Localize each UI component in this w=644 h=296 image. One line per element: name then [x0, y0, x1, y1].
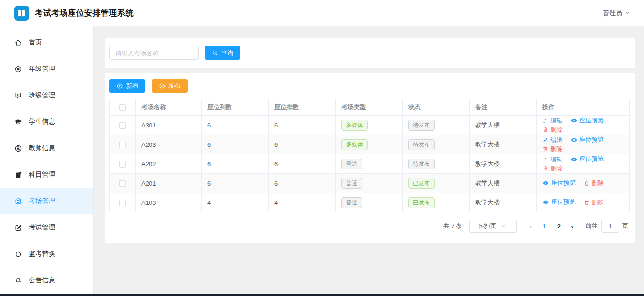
row-checkbox[interactable] [119, 200, 126, 206]
eye-icon [570, 136, 578, 144]
next-page-button[interactable]: › [566, 222, 578, 230]
search-icon [212, 50, 218, 56]
subject-icon [14, 171, 22, 179]
cell-name: A202 [136, 154, 202, 174]
main-content: 查询 新增 发布 考场名称 座位列数 座位排数 考场类型 状 [94, 26, 644, 296]
page-unit-label: 页 [622, 222, 628, 230]
total-count: 共 7 条 [443, 222, 462, 230]
column-header-name: 考场名称 [136, 99, 202, 116]
eye-icon [570, 117, 578, 124]
proctor-icon [14, 250, 22, 258]
cell-cols: 6 [202, 116, 269, 135]
page-number-2[interactable]: 2 [552, 223, 566, 230]
cell-note: 教学大楼 [470, 174, 537, 193]
user-menu[interactable]: 管理员 [603, 9, 630, 17]
table-row: A301 6 6 多媒体 待发布 教学大楼 编辑 座位预览 删除 [110, 116, 630, 135]
sidebar-item-label: 班级管理 [29, 91, 55, 100]
delete-link[interactable]: 删除 [584, 179, 604, 187]
sidebar-item-label: 首页 [29, 38, 42, 47]
type-tag: 多媒体 [341, 120, 368, 131]
page-size-select[interactable]: 5条/页 [469, 220, 517, 233]
sidebar-item-exam-mgmt[interactable]: 考试管理 [0, 214, 93, 241]
table-row: A201 6 6 普通 已发布 教学大楼 座位预览 删除 [110, 174, 630, 193]
sidebar-item-label: 学生信息 [29, 118, 55, 126]
seat-preview-link[interactable]: 座位预览 [570, 155, 604, 163]
sidebar-item-home[interactable]: 首页 [0, 29, 93, 56]
table-row: A103 4 4 普通 已发布 教学大楼 座位预览 删除 [110, 193, 630, 212]
chevron-down-icon [501, 223, 506, 230]
sidebar-item-class[interactable]: 班级管理 [0, 82, 93, 109]
row-checkbox[interactable] [119, 161, 126, 168]
row-checkbox[interactable] [119, 122, 126, 129]
check-circle-icon [159, 83, 165, 89]
type-tag: 普通 [341, 178, 362, 189]
cell-cols: 6 [202, 174, 269, 193]
delete-link[interactable]: 删除 [542, 145, 562, 153]
sidebar-item-grade[interactable]: 年级管理 [0, 56, 93, 82]
status-badge: 待发布 [408, 120, 435, 131]
cell-rows: 6 [269, 116, 336, 135]
search-input[interactable] [109, 46, 199, 60]
cell-name: A201 [136, 174, 202, 193]
notice-icon [14, 277, 22, 285]
search-card: 查询 [105, 38, 635, 68]
table-row: A202 6 6 普通 待发布 教学大楼 编辑 座位预览 删除 [110, 154, 630, 174]
seat-preview-link[interactable]: 座位预览 [570, 116, 604, 125]
row-checkbox[interactable] [119, 180, 126, 187]
eye-icon [570, 156, 578, 163]
cell-cols: 6 [202, 154, 269, 174]
chevron-down-icon [625, 11, 630, 16]
pagination: 共 7 条 5条/页 ‹ 1 2 › 前往 页 [109, 220, 629, 233]
add-button[interactable]: 新增 [109, 79, 145, 93]
publish-button[interactable]: 发布 [152, 79, 188, 93]
grade-icon [14, 65, 22, 73]
cell-rows: 6 [269, 154, 336, 174]
query-button[interactable]: 查询 [205, 46, 240, 60]
select-all-checkbox[interactable] [119, 104, 126, 111]
edit-link[interactable]: 编辑 [542, 117, 562, 125]
delete-link[interactable]: 删除 [542, 164, 562, 173]
sidebar-item-proctor[interactable]: 监考替换 [0, 241, 93, 267]
edit-link[interactable]: 编辑 [542, 155, 562, 164]
cell-rows: 4 [269, 193, 336, 212]
cell-cols: 4 [202, 193, 269, 212]
sidebar-item-subject[interactable]: 科目管理 [0, 161, 93, 188]
type-tag: 多媒体 [341, 139, 368, 150]
teacher-icon [14, 144, 22, 152]
seat-preview-link[interactable]: 座位预览 [570, 135, 604, 144]
goto-page: 前往 页 [586, 220, 628, 233]
table-card: 新增 发布 考场名称 座位列数 座位排数 考场类型 状态 备注 操作 [105, 73, 635, 243]
delete-link[interactable]: 删除 [542, 126, 562, 134]
row-checkbox[interactable] [119, 142, 126, 148]
cell-name: A301 [136, 116, 202, 135]
page-title: 考试考场座位安排管理系统 [35, 8, 134, 18]
seat-preview-link[interactable]: 座位预览 [542, 178, 576, 187]
type-tag: 普通 [341, 197, 362, 208]
column-header-type: 考场类型 [336, 99, 403, 116]
goto-page-input[interactable] [601, 220, 619, 233]
column-header-cols: 座位列数 [202, 99, 269, 116]
status-badge: 已发布 [408, 197, 435, 208]
delete-link[interactable]: 删除 [584, 198, 604, 207]
table-row: A203 6 6 多媒体 待发布 教学大楼 编辑 座位预览 删除 [110, 135, 630, 154]
column-header-status: 状态 [403, 99, 470, 116]
sidebar-item-notice[interactable]: 公告信息 [0, 267, 93, 294]
seat-preview-link[interactable]: 座位预览 [542, 198, 576, 206]
eye-icon [542, 179, 549, 186]
app-header: 考试考场座位安排管理系统 管理员 [0, 0, 644, 26]
sidebar: 首页 年级管理 班级管理 学生信息 教师信息 科目管理 考场管理 考试管理 监考… [0, 26, 94, 294]
trash-icon [584, 200, 590, 206]
sidebar-item-student[interactable]: 学生信息 [0, 109, 93, 135]
sidebar-item-label: 考场管理 [29, 197, 55, 205]
prev-page-button[interactable]: ‹ [525, 222, 537, 230]
status-badge: 待发布 [408, 139, 435, 150]
sidebar-item-exam-room[interactable]: 考场管理 [0, 188, 93, 214]
app-logo-book-icon [14, 6, 29, 21]
edit-link[interactable]: 编辑 [542, 136, 562, 144]
sidebar-item-teacher[interactable]: 教师信息 [0, 135, 93, 161]
trash-icon [542, 146, 548, 152]
user-name: 管理员 [603, 9, 622, 17]
exam-mgmt-icon [14, 224, 22, 232]
pencil-icon [542, 118, 548, 124]
page-number-1[interactable]: 1 [537, 223, 552, 230]
